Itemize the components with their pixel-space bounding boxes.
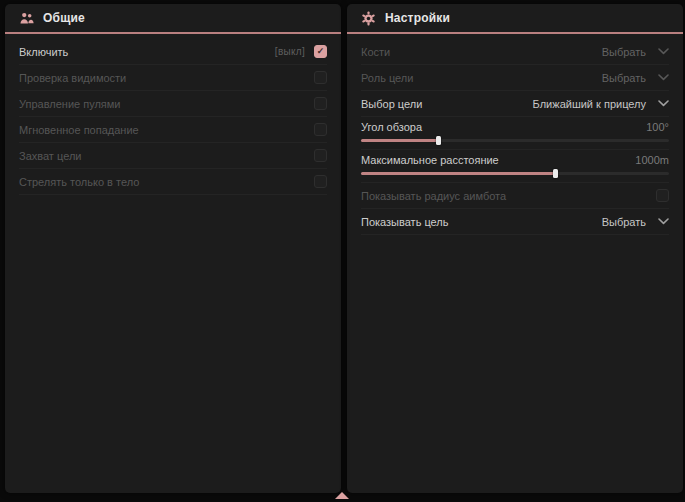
row-controls: 100° xyxy=(646,121,669,133)
row-label: Захват цели xyxy=(19,150,81,162)
row-controls: Выбрать xyxy=(602,72,669,84)
row-controls: Выбрать xyxy=(602,216,669,228)
general-row: Стрелять только в тело xyxy=(19,169,327,195)
row-label: Стрелять только в тело xyxy=(19,176,139,188)
gear-icon xyxy=(361,11,376,26)
panel-settings: Настройки КостиВыбратьРоль целиВыбратьВы… xyxy=(347,4,683,493)
settings-row: КостиВыбрать xyxy=(361,39,669,65)
dropdown-value: Выбрать xyxy=(602,216,646,228)
row-controls xyxy=(314,175,327,188)
dropdown-value: Выбрать xyxy=(602,46,646,58)
slider-value: 1000m xyxy=(635,154,669,166)
panel-title: Общие xyxy=(43,11,85,25)
general-row: Управление пулями xyxy=(19,91,327,117)
row-line: Управление пулями xyxy=(19,91,327,116)
row-line: Проверка видимости xyxy=(19,65,327,90)
chevron-down-icon xyxy=(658,100,669,107)
settings-row: Угол обзора100° xyxy=(361,117,669,150)
row-line: Роль целиВыбрать xyxy=(361,65,669,90)
row-controls xyxy=(314,149,327,162)
dropdown[interactable]: Выбрать xyxy=(602,46,669,58)
scroll-up-indicator[interactable] xyxy=(335,492,349,499)
slider-thumb[interactable] xyxy=(553,169,558,178)
panel-general: Общие Включить[выкл]✓Проверка видимостиУ… xyxy=(5,4,341,493)
chevron-down-icon xyxy=(658,48,669,55)
row-label: Угол обзора xyxy=(361,121,422,133)
row-line: Максимальное расстояние1000m xyxy=(361,150,669,169)
row-label: Выбор цели xyxy=(361,98,422,110)
checkbox[interactable] xyxy=(314,97,327,110)
slider[interactable] xyxy=(361,139,669,142)
general-row: Мгновенное попадание xyxy=(19,117,327,143)
row-line: Мгновенное попадание xyxy=(19,117,327,142)
settings-row: Выбор целиБлижайший к прицелу xyxy=(361,91,669,117)
dropdown-value: Ближайший к прицелу xyxy=(533,98,646,110)
slider[interactable] xyxy=(361,172,669,175)
row-label: Показывать цель xyxy=(361,216,449,228)
chevron-down-icon xyxy=(658,74,669,81)
mod-menu: Общие Включить[выкл]✓Проверка видимостиУ… xyxy=(0,0,685,502)
general-rows: Включить[выкл]✓Проверка видимостиУправле… xyxy=(5,34,341,195)
checkbox[interactable] xyxy=(656,189,669,202)
general-row: Включить[выкл]✓ xyxy=(19,39,327,65)
row-controls: [выкл]✓ xyxy=(275,45,327,58)
dropdown-value: Выбрать xyxy=(602,72,646,84)
panel-settings-header: Настройки xyxy=(347,4,683,34)
settings-row: Максимальное расстояние1000m xyxy=(361,150,669,183)
row-controls: Выбрать xyxy=(602,46,669,58)
slider-fill xyxy=(361,172,555,175)
settings-row: Роль целиВыбрать xyxy=(361,65,669,91)
row-controls: Ближайший к прицелу xyxy=(533,98,669,110)
checkbox[interactable]: ✓ xyxy=(314,45,327,58)
row-label: Показывать радиус аимбота xyxy=(361,190,506,202)
settings-row: Показывать радиус аимбота xyxy=(361,183,669,209)
row-controls: 1000m xyxy=(635,154,669,166)
row-label: Проверка видимости xyxy=(19,72,126,84)
row-line: Показывать радиус аимбота xyxy=(361,183,669,208)
row-label: Мгновенное попадание xyxy=(19,124,139,136)
panel-title: Настройки xyxy=(385,11,450,25)
row-label: Управление пулями xyxy=(19,98,121,110)
row-line: Угол обзора100° xyxy=(361,117,669,136)
row-label: Включить xyxy=(19,46,68,58)
row-line: Включить[выкл]✓ xyxy=(19,39,327,64)
settings-rows: КостиВыбратьРоль целиВыбратьВыбор целиБл… xyxy=(347,34,683,235)
chevron-down-icon xyxy=(658,218,669,225)
general-row: Проверка видимости xyxy=(19,65,327,91)
dropdown[interactable]: Ближайший к прицелу xyxy=(533,98,669,110)
row-label: Максимальное расстояние xyxy=(361,154,499,166)
slider-value: 100° xyxy=(646,121,669,133)
dropdown[interactable]: Выбрать xyxy=(602,216,669,228)
toggle-state-hint: [выкл] xyxy=(275,46,305,57)
row-controls xyxy=(314,123,327,136)
row-line: Выбор целиБлижайший к прицелу xyxy=(361,91,669,116)
checkbox[interactable] xyxy=(314,175,327,188)
general-row: Захват цели xyxy=(19,143,327,169)
row-label: Кости xyxy=(361,46,390,58)
dropdown[interactable]: Выбрать xyxy=(602,72,669,84)
row-controls xyxy=(314,71,327,84)
row-label: Роль цели xyxy=(361,72,413,84)
users-icon xyxy=(19,11,34,26)
row-controls xyxy=(656,189,669,202)
panel-general-header: Общие xyxy=(5,4,341,34)
slider-fill xyxy=(361,139,438,142)
row-line: Захват цели xyxy=(19,143,327,168)
row-line: КостиВыбрать xyxy=(361,39,669,64)
checkbox[interactable] xyxy=(314,149,327,162)
slider-thumb[interactable] xyxy=(436,136,441,145)
row-line: Стрелять только в тело xyxy=(19,169,327,194)
checkbox[interactable] xyxy=(314,71,327,84)
row-line: Показывать цельВыбрать xyxy=(361,209,669,234)
checkbox[interactable] xyxy=(314,123,327,136)
settings-row: Показывать цельВыбрать xyxy=(361,209,669,235)
row-controls xyxy=(314,97,327,110)
